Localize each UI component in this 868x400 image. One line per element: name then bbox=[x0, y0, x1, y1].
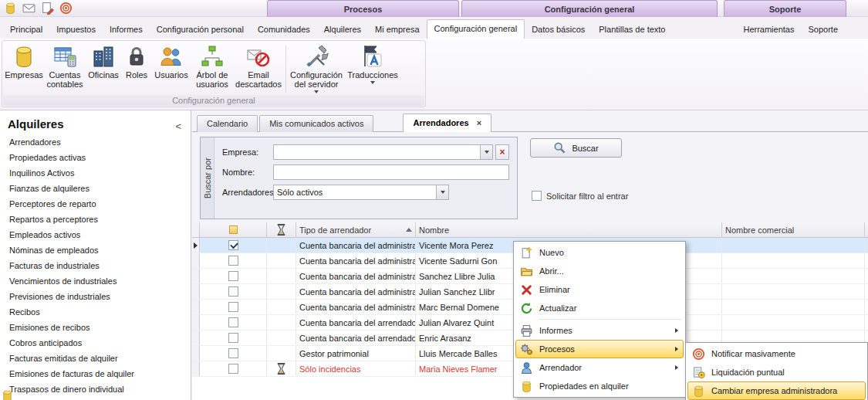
column-header-cut[interactable]: E bbox=[865, 222, 868, 237]
row-checkbox[interactable] bbox=[228, 333, 238, 343]
menu-item-liquidacion-puntual[interactable]: Liquidación puntual bbox=[687, 363, 866, 381]
column-header-nombre-comercial[interactable]: Nombre comercial bbox=[722, 222, 865, 237]
sidebar-item-perceptores[interactable]: Perceptores de reparto bbox=[0, 196, 191, 212]
cell-nombre-comercial bbox=[722, 284, 865, 299]
sidebar-item-recibos[interactable]: Recibos bbox=[0, 304, 191, 320]
ribbon-content: Empresas Cuentas contables Oficinas Role… bbox=[0, 39, 868, 110]
submenu-arrow-icon bbox=[675, 347, 678, 351]
chevron-down-icon[interactable] bbox=[480, 145, 492, 159]
menu-item-eliminar[interactable]: Eliminar bbox=[515, 280, 684, 299]
processes-icon bbox=[520, 343, 533, 356]
sidebar-item-fianzas[interactable]: Fianzas de alquileres bbox=[0, 181, 191, 196]
submenu-arrow-icon bbox=[675, 365, 678, 370]
solicitar-filtro-checkbox[interactable] bbox=[532, 191, 542, 201]
reports-icon bbox=[520, 324, 533, 337]
select-all-checkbox[interactable] bbox=[229, 225, 238, 234]
sidebar-item-facturas-emitidas[interactable]: Facturas emitidas de alquiler bbox=[0, 351, 191, 366]
close-icon[interactable]: × bbox=[477, 118, 481, 127]
menu-separator bbox=[539, 319, 681, 320]
mail-icon[interactable] bbox=[22, 2, 35, 15]
row-checkbox[interactable] bbox=[228, 317, 238, 327]
collapse-sidebar-button[interactable]: < bbox=[175, 120, 181, 132]
checkbox-column-header[interactable] bbox=[200, 222, 267, 237]
email-descartados-button[interactable]: Email descartados bbox=[234, 42, 283, 96]
menu-item-cambiar-empresa-administradora[interactable]: Cambiar empresa administradora bbox=[687, 381, 866, 400]
cuentas-contables-button[interactable]: Cuentas contables bbox=[44, 42, 86, 96]
menu-item-informes[interactable]: Informes bbox=[515, 321, 684, 340]
column-header-nombre[interactable]: Nombre bbox=[416, 222, 722, 237]
status-column-header[interactable] bbox=[267, 222, 296, 237]
menu-item-arrendador[interactable]: Arrendador bbox=[515, 358, 684, 377]
row-checkbox[interactable] bbox=[228, 348, 238, 358]
configuracion-del-servidor-button[interactable]: Configuración del servidor bbox=[289, 42, 344, 96]
settlement-icon bbox=[692, 366, 705, 379]
sidebar-item-inquilinos-activos[interactable]: Inquilinos Activos bbox=[0, 165, 191, 181]
tab-informes[interactable]: Informes bbox=[103, 21, 150, 39]
menu-item-actualizar[interactable]: Actualizar bbox=[515, 299, 684, 317]
buscar-button[interactable]: Buscar bbox=[530, 138, 622, 158]
menu-item-propiedades-en-alquiler[interactable]: Propiedades en alquiler bbox=[515, 377, 684, 395]
sidebar-item-arrendadores[interactable]: Arrendadores bbox=[0, 134, 191, 150]
arrendadores-combobox[interactable]: Sólo activos bbox=[273, 185, 449, 200]
tab-configuracion-general[interactable]: Configuración general bbox=[427, 19, 525, 39]
sidebar-item-previsiones[interactable]: Previsiones de industriales bbox=[0, 289, 191, 304]
menu-item-abrir[interactable]: Abrir... bbox=[515, 262, 684, 280]
row-checkbox[interactable] bbox=[228, 302, 238, 312]
focused-row-icon bbox=[194, 242, 198, 249]
tab-datos-basicos[interactable]: Datos básicos bbox=[525, 21, 592, 39]
sidebar-item-emisiones-facturas[interactable]: Emisiones de facturas de alquiler bbox=[0, 366, 191, 381]
tab-configuracion-personal[interactable]: Configuración personal bbox=[150, 21, 251, 39]
sidebar-item-cobros[interactable]: Cobros anticipados bbox=[0, 335, 191, 351]
row-checkbox[interactable] bbox=[228, 256, 238, 266]
nombre-input[interactable] bbox=[277, 166, 505, 178]
lock-icon bbox=[123, 44, 150, 69]
menu-item-nuevo[interactable]: Nuevo bbox=[515, 243, 684, 262]
oficinas-button[interactable]: Oficinas bbox=[86, 42, 121, 96]
doc-tab-mis-comunicados[interactable]: Mis comunicados activos bbox=[259, 115, 373, 132]
row-checkbox[interactable] bbox=[228, 364, 238, 374]
sidebar-item-nominas[interactable]: Nóminas de empleados bbox=[0, 242, 191, 258]
sidebar-item-traspasos[interactable]: Traspasos de dinero individual bbox=[0, 381, 191, 397]
traducciones-button[interactable]: Traducciones bbox=[344, 42, 401, 96]
sidebar-item-repartos[interactable]: Repartos a perceptores bbox=[0, 212, 191, 227]
empresas-button[interactable]: Empresas bbox=[4, 42, 44, 96]
roles-button[interactable]: Roles bbox=[121, 42, 152, 96]
tab-plantillas-de-texto[interactable]: Plantillas de texto bbox=[592, 21, 672, 39]
email-blocked-icon bbox=[245, 44, 272, 69]
clear-filter-button[interactable]: × bbox=[495, 144, 509, 160]
person-icon bbox=[520, 361, 533, 375]
tab-alquileres[interactable]: Alquileres bbox=[317, 21, 368, 39]
sidebar-item-emisiones-recibos[interactable]: Emisiones de recibos bbox=[0, 320, 191, 335]
row-checkbox[interactable] bbox=[228, 271, 238, 281]
sidebar-item-propiedades-activas[interactable]: Propiedades activas bbox=[0, 150, 191, 165]
database-icon[interactable] bbox=[4, 2, 17, 15]
column-header-tipo[interactable]: Tipo de arrendador bbox=[296, 222, 416, 237]
menu-item-notificar-masivamente[interactable]: Notificar masivamente bbox=[687, 344, 866, 363]
cell-tipo: Cuenta bancaria del administrador bbox=[296, 300, 416, 314]
tab-principal[interactable]: Principal bbox=[3, 21, 49, 39]
sidebar-item-empleados[interactable]: Empleados activos bbox=[0, 227, 191, 242]
usuarios-button[interactable]: Usuarios bbox=[152, 42, 191, 96]
tab-herramientas[interactable]: Herramientas bbox=[736, 21, 801, 39]
tab-mi-empresa[interactable]: Mi empresa bbox=[368, 21, 426, 39]
tab-soporte[interactable]: Soporte bbox=[801, 21, 845, 39]
tab-impuestos[interactable]: Impuestos bbox=[49, 21, 103, 39]
context-menu: Nuevo Abrir... Eliminar Actualizar Infor… bbox=[513, 241, 686, 398]
tab-comunidades[interactable]: Comunidades bbox=[251, 21, 317, 39]
doc-tab-calendario[interactable]: Calendario bbox=[197, 115, 258, 132]
solicitar-filtro-label: Solicitar filtro al entrar bbox=[546, 192, 628, 201]
cell-tipo: Cuenta bancaria del administrador bbox=[296, 253, 416, 268]
ribbon-tab-row: Principal Impuestos Informes Configuraci… bbox=[0, 17, 868, 39]
doc-tab-arrendadores[interactable]: Arrendadores × bbox=[403, 114, 491, 132]
arbol-de-usuarios-button[interactable]: Árbol de usuarios bbox=[191, 42, 234, 96]
menu-item-procesos[interactable]: Procesos bbox=[515, 340, 684, 358]
contextual-group-configuracion-general: Configuración general bbox=[461, 0, 718, 17]
row-checkbox[interactable] bbox=[228, 286, 238, 297]
edit-icon[interactable] bbox=[41, 2, 54, 15]
row-checkbox[interactable] bbox=[228, 240, 238, 250]
sidebar-item-facturas-industriales[interactable]: Facturas de industriales bbox=[0, 258, 191, 273]
empresa-combobox[interactable] bbox=[273, 144, 493, 160]
sidebar-item-vencimientos[interactable]: Vencimientos de industriales bbox=[0, 273, 191, 289]
chevron-down-icon[interactable] bbox=[436, 185, 448, 199]
broadcast-icon[interactable] bbox=[59, 2, 73, 15]
